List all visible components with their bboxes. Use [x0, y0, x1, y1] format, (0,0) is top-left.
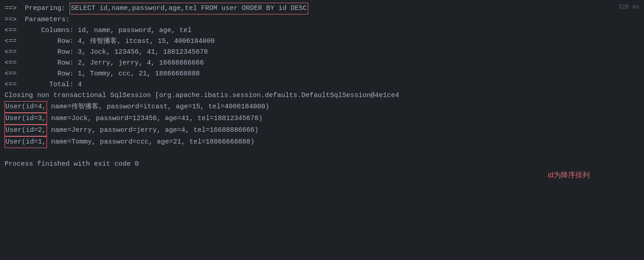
total-label: <== Total:	[5, 79, 78, 90]
row3-label: <== Row:	[5, 47, 78, 58]
annotation-text: id为降序排列	[548, 171, 590, 180]
row1-line: <== Row: 1, Tommy, ccc, 21, 18866668888	[5, 69, 639, 79]
process-line: Process finished with exit code 0	[5, 159, 639, 170]
columns-value: id, name, password, age, tel	[78, 25, 192, 36]
columns-line: <== Columns: id, name, password, age, te…	[5, 25, 639, 36]
timing-label: 328 ms	[618, 3, 639, 12]
user3-id-box: User(id=3,	[5, 113, 47, 125]
user1-id-box: User(id=1,	[5, 136, 47, 148]
row1-label: <== Row:	[5, 69, 78, 79]
parameters-label: ==> Parameters:	[5, 14, 74, 25]
user4-rest: name=传智播客, password=itcast, age=15, tel=…	[47, 102, 269, 112]
user2-line: User(id=2, name=Jerry, password=jerry, a…	[5, 125, 639, 136]
console-output: 328 ms ==> Preparing: SELECT id,name,pas…	[0, 0, 644, 260]
preparing-line: ==> Preparing: SELECT id,name,password,a…	[5, 3, 639, 14]
total-value: 4	[78, 79, 82, 90]
row1-value: 1, Tommy, ccc, 21, 18866668888	[78, 69, 200, 79]
row3-line: <== Row: 3, Jock, 123456, 41, 1881234567…	[5, 47, 639, 58]
user1-rest: name=Tommy, password=ccc, age=21, tel=18…	[47, 137, 254, 148]
columns-label: <== Columns:	[5, 25, 78, 36]
row3-value: 3, Jock, 123456, 41, 18812345678	[78, 47, 208, 58]
row2-label: <== Row:	[5, 58, 78, 69]
row2-line: <== Row: 2, Jerry, jerry, 4, 16688886666	[5, 58, 639, 69]
process-text: Process finished with exit code 0	[5, 159, 139, 170]
blank-line	[5, 148, 639, 159]
user4-id-box: User(id=4,	[5, 101, 47, 113]
total-line: <== Total: 4	[5, 79, 639, 90]
arrow-right-icon: ==> Preparing:	[5, 3, 70, 14]
user1-line: User(id=1, name=Tommy, password=ccc, age…	[5, 136, 639, 148]
closing-line: Closing non transactional SqlSession [or…	[5, 90, 639, 101]
row4-line: <== Row: 4, 传智播客, itcast, 15, 4006184000	[5, 36, 639, 47]
closing-text: Closing non transactional SqlSession [or…	[5, 90, 399, 101]
user3-line: User(id=3, name=Jock, password=123456, a…	[5, 113, 639, 125]
sql-statement: SELECT id,name,password,age,tel FROM use…	[70, 3, 308, 14]
parameters-line: ==> Parameters:	[5, 14, 639, 25]
user3-rest: name=Jock, password=123456, age=41, tel=…	[47, 113, 263, 124]
user4-line: User(id=4, name=传智播客, password=itcast, a…	[5, 101, 639, 113]
row4-value: 4, 传智播客, itcast, 15, 4006184000	[78, 36, 215, 47]
row2-value: 2, Jerry, jerry, 4, 16688886666	[78, 58, 204, 69]
user2-rest: name=Jerry, password=jerry, age=4, tel=1…	[47, 125, 259, 136]
user2-id-box: User(id=2,	[5, 125, 47, 136]
row4-label: <== Row:	[5, 36, 78, 47]
